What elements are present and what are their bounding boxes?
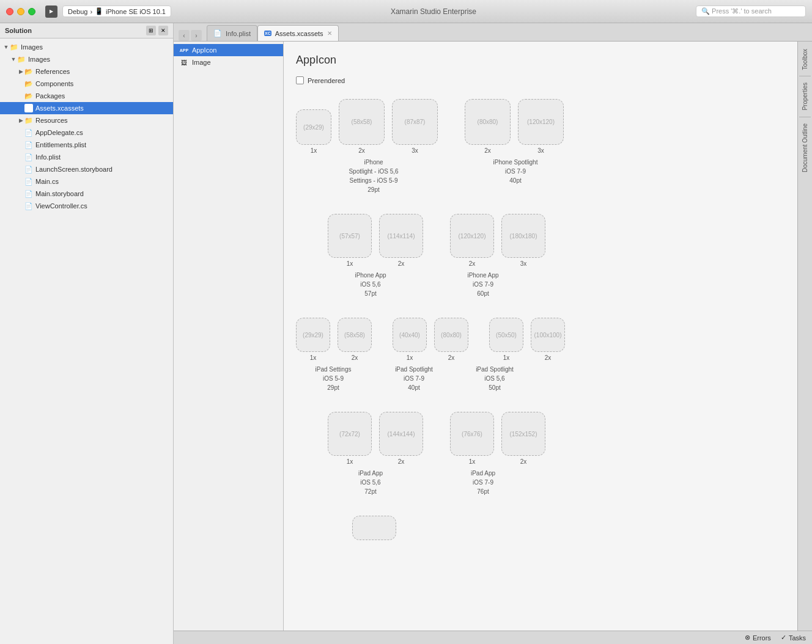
tab-forward-button[interactable]: ›	[191, 30, 202, 41]
icon-box-ipad-100[interactable]: (100x100)	[531, 318, 565, 352]
sidebar-item-images-root[interactable]: 📁 Images	[0, 41, 173, 53]
icon-cell: (29x29) 1x	[296, 318, 330, 361]
icon-box-120b[interactable]: (120x120)	[450, 214, 494, 258]
icon-box-87[interactable]: (87x87)	[392, 99, 438, 145]
assets-panel: APP AppIcon 🖼 Image	[174, 42, 284, 631]
play-button[interactable]	[45, 5, 57, 18]
errors-item[interactable]: ⊗ Errors	[745, 634, 771, 642]
folder-blue-icon: 📂	[24, 67, 33, 76]
spacer	[421, 469, 433, 496]
tab-assets[interactable]: XC Assets.xcassets ✕	[257, 25, 339, 41]
icon-box-114[interactable]: (114x114)	[379, 214, 423, 258]
section-label-row: iPad SettingsiOS 5-929pt iPad Spotlighti…	[296, 365, 785, 392]
sidebar-item-appdelegate[interactable]: 📄 AppDelegate.cs	[0, 126, 173, 139]
sidebar-item-viewcontroller[interactable]: 📄 ViewController.cs	[0, 200, 173, 212]
file-icon: 📄	[24, 202, 33, 210]
icon-box-ipad-50[interactable]: (50x50)	[489, 318, 523, 352]
icon-box-ipad-29[interactable]: (29x29)	[296, 318, 330, 352]
icon-box-144[interactable]: (144x144)	[379, 412, 423, 456]
sidebar-item-components[interactable]: 📂 Components	[0, 78, 173, 90]
main-layout: Solution ⊞ ✕ 📁 Images 📁 Images 📂 Referen	[0, 23, 812, 644]
file-icon: 📄	[24, 177, 33, 186]
tab-assets-icon: XC	[264, 31, 271, 36]
icon-cell: (180x180) 3x	[501, 214, 545, 267]
sidebar-item-packages[interactable]: 📂 Packages	[0, 90, 173, 102]
icon-box-58[interactable]: (58x58)	[339, 99, 385, 145]
asset-label: AppIcon	[192, 46, 216, 54]
tasks-item[interactable]: ✓ Tasks	[781, 634, 806, 642]
sidebar-item-maincs[interactable]: 📄 Main.cs	[0, 175, 173, 188]
close-button[interactable]	[6, 8, 13, 15]
tasks-icon: ✓	[781, 634, 786, 642]
icon-row-3: (29x29) 1x (58x58) 2x (40x40) 1x	[296, 318, 785, 361]
tab-infoplist-icon: 📄	[213, 29, 222, 37]
sidebar-item-launchscreen[interactable]: 📄 LaunchScreen.storyboard	[0, 163, 173, 175]
icon-box-ipad-80[interactable]: (80x80)	[434, 318, 468, 352]
sidebar-item-entitlements[interactable]: 📄 Entitlements.plist	[0, 139, 173, 151]
sidebar-item-label: Resources	[35, 117, 68, 124]
ipad-spotlight-50-label: iPad SpotlightiOS 5,650pt	[457, 365, 532, 392]
sidebar-item-label: Entitlements.plist	[35, 141, 86, 148]
asset-item-appicon[interactable]: APP AppIcon	[174, 44, 283, 56]
sidebar-item-resources[interactable]: 📁 Resources	[0, 114, 173, 126]
sidebar-item-images-sub[interactable]: 📁 Images	[0, 53, 173, 65]
sidebar-item-label: Main.cs	[35, 178, 59, 185]
sidebar-item-references[interactable]: 📂 References	[0, 65, 173, 78]
asset-item-image[interactable]: 🖼 Image	[174, 56, 283, 68]
icon-scale: 2x	[469, 260, 476, 267]
editor-area: ‹ › 📄 Info.plist XC Assets.xcassets ✕ AP…	[174, 23, 812, 644]
minimize-button[interactable]	[17, 8, 24, 15]
icon-box-57[interactable]: (57x57)	[328, 214, 372, 258]
tab-nav: ‹ ›	[179, 30, 202, 41]
errors-label: Errors	[753, 634, 771, 642]
icon-box-120[interactable]: (120x120)	[518, 99, 564, 145]
document-outline-label[interactable]: Document Outline	[800, 119, 810, 177]
sidebar: Solution ⊞ ✕ 📁 Images 📁 Images 📂 Referen	[0, 23, 174, 644]
icon-box-72[interactable]: (72x72)	[328, 412, 372, 456]
toolbox-label[interactable]: Toolbox	[800, 44, 810, 75]
properties-label[interactable]: Properties	[800, 78, 810, 115]
icon-box-ipad-58[interactable]: (58x58)	[338, 318, 372, 352]
icon-scale: 1x	[311, 147, 317, 154]
icon-box-extra[interactable]	[352, 516, 396, 540]
icon-scale: 1x	[469, 458, 476, 465]
tab-back-button[interactable]: ‹	[179, 30, 190, 41]
tab-close-icon[interactable]: ✕	[327, 30, 332, 37]
appicon-icon: APP	[180, 46, 188, 54]
icon-cell: (120x120) 3x	[518, 99, 564, 154]
sidebar-item-mainstoryboard[interactable]: 📄 Main.storyboard	[0, 188, 173, 200]
ipad-app-72-label: iPad AppiOS 5,672pt	[320, 469, 421, 496]
icon-cell: (29x29) 1x	[296, 109, 331, 154]
editor-main: APP AppIcon 🖼 Image AppIcon Prerendered	[174, 42, 812, 631]
tab-infoplist[interactable]: 📄 Info.plist	[207, 25, 257, 41]
search-icon: 🔍	[701, 7, 710, 15]
icon-cell: (152x152) 2x	[501, 412, 545, 465]
icon-scale: 2x	[448, 354, 455, 361]
icon-box-152[interactable]: (152x152)	[501, 412, 545, 456]
sidebar-item-infoplist[interactable]: 📄 Info.plist	[0, 151, 173, 163]
search-placeholder: Press '⌘.' to search	[712, 7, 772, 15]
icon-box-29[interactable]: (29x29)	[296, 109, 331, 145]
sidebar-close-button[interactable]: ✕	[158, 26, 168, 35]
icon-scale: 2x	[398, 458, 405, 465]
icon-box-180[interactable]: (180x180)	[501, 214, 545, 258]
icon-cell: (76x76) 1x	[450, 412, 494, 465]
icon-cell: (120x120) 2x	[450, 214, 494, 267]
sidebar-item-assets[interactable]: XC Assets.xcassets	[0, 102, 173, 114]
sidebar-item-label: Images	[28, 56, 50, 63]
iphone-spotlight-40pt-label: iPhone SpotlightiOS 7-940pt	[463, 158, 567, 194]
content-area: AppIcon Prerendered (29x29) 1x	[284, 42, 797, 631]
ipad-extra-section	[296, 516, 785, 540]
prerendered-checkbox[interactable]	[296, 76, 304, 84]
sidebar-item-label: Packages	[35, 92, 65, 100]
maximize-button[interactable]	[28, 8, 35, 15]
spacer	[371, 365, 377, 392]
search-box[interactable]: 🔍 Press '⌘.' to search	[696, 5, 806, 17]
device-icon: 📱	[95, 7, 103, 15]
icon-box-76[interactable]: (76x76)	[450, 412, 494, 456]
sidebar-item-label: Images	[21, 43, 43, 51]
arrow-images-root	[2, 43, 10, 51]
icon-box-80[interactable]: (80x80)	[465, 99, 511, 145]
icon-box-ipad-40[interactable]: (40x40)	[393, 318, 427, 352]
sidebar-split-button[interactable]: ⊞	[146, 26, 156, 35]
